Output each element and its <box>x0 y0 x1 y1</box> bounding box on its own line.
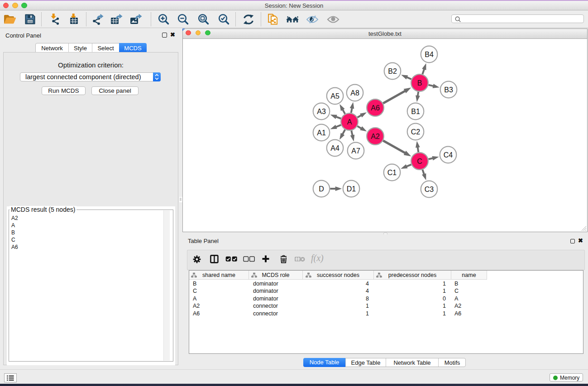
svg-text:B4: B4 <box>425 51 434 58</box>
svg-text:C3: C3 <box>425 186 434 193</box>
svg-text:D1: D1 <box>347 185 356 193</box>
svg-text:A7: A7 <box>351 147 360 155</box>
svg-text:C2: C2 <box>411 128 421 136</box>
svg-text:A8: A8 <box>350 89 359 97</box>
svg-text:C1: C1 <box>387 169 397 176</box>
svg-text:B1: B1 <box>411 108 420 115</box>
svg-text:A: A <box>347 118 352 126</box>
svg-text:A4: A4 <box>330 144 339 152</box>
svg-text:B3: B3 <box>444 86 453 94</box>
svg-text:C4: C4 <box>444 151 453 159</box>
svg-text:A1: A1 <box>317 129 326 137</box>
svg-text:B: B <box>417 79 422 87</box>
svg-text:C: C <box>417 157 422 165</box>
svg-text:B2: B2 <box>388 67 397 75</box>
svg-text:A2: A2 <box>371 133 380 140</box>
svg-text:A3: A3 <box>317 108 326 115</box>
svg-text:D: D <box>319 185 324 193</box>
svg-text:A6: A6 <box>371 104 380 112</box>
svg-text:A5: A5 <box>330 92 339 100</box>
